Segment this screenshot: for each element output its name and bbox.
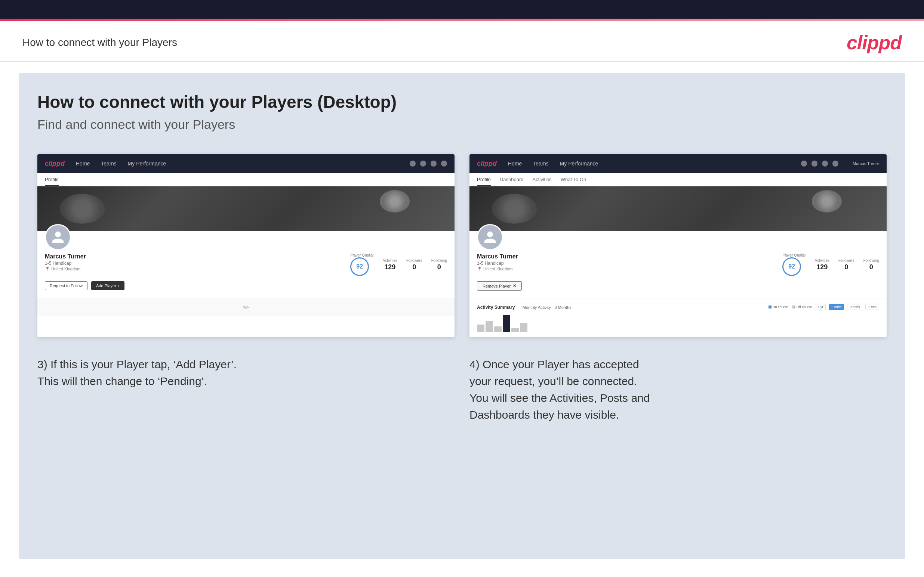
screen2-avatar	[477, 224, 503, 250]
screen2-stats: Player Quality 92 Activities 129 Followe…	[782, 253, 879, 276]
filter-6mths[interactable]: 6 mths	[829, 304, 844, 310]
screen1-nav-performance: My Performance	[128, 161, 166, 166]
offcourse-legend: Off course	[792, 305, 812, 309]
screen1-nav-logo: clippd	[45, 160, 65, 168]
screen2-action-buttons: Remove Player ✕	[477, 281, 879, 290]
screen2-tab-profile[interactable]: Profile	[477, 173, 491, 186]
screenshots-row: clippd Home Teams My Performance Profile	[37, 154, 887, 337]
screen2-nav-icons	[801, 161, 838, 166]
oncourse-dot	[769, 306, 772, 308]
add-player-button[interactable]: Add Player +	[91, 281, 124, 290]
screen2-tab-dashboard[interactable]: Dashboard	[500, 173, 524, 186]
screen1-stats: Player Quality 92 Activities 129 Followe…	[350, 253, 447, 276]
clippd-logo: clippd	[846, 31, 901, 54]
screen1-hero-image	[37, 186, 454, 231]
screen2-followers-stat: Followers 0	[838, 258, 855, 271]
screen1-nav-home: Home	[76, 161, 90, 166]
filter-3mths[interactable]: 3 mths	[847, 304, 862, 310]
main-title: How to connect with your Players (Deskto…	[37, 92, 887, 112]
screen2-nav-logo: clippd	[477, 160, 497, 168]
remove-player-button[interactable]: Remove Player ✕	[477, 281, 522, 290]
chart-bar-4	[503, 315, 510, 332]
chart-bar-6	[520, 323, 527, 332]
screen2-tab-whattoon[interactable]: What To On	[561, 173, 586, 186]
filter-1mth[interactable]: 1 mth	[865, 304, 879, 310]
screen2-nav-home: Home	[508, 161, 522, 166]
screen2-profile-info: Marcus Turner 1-5 Handicap 📍 United King…	[477, 253, 879, 276]
chart-bar-5	[511, 328, 519, 332]
page-title: How to connect with your Players	[23, 37, 177, 48]
screen1-avatar	[45, 224, 71, 250]
screen2-activities-stat: Activities 129	[815, 258, 829, 271]
screen2-legend: On course Off course	[769, 305, 812, 309]
chart-bar-1	[477, 324, 485, 332]
screen2-nav-performance: My Performance	[560, 161, 598, 166]
screen1-bottom-bar: ✏	[37, 298, 454, 316]
screen2-user-icon[interactable]	[811, 161, 817, 166]
main-content: How to connect with your Players (Deskto…	[19, 73, 905, 559]
screen2-handicap: 1-5 Handicap	[477, 261, 518, 266]
screen1-handicap: 1-5 Handicap	[45, 261, 86, 266]
screen2-activity-summary: Activity Summary Monthly Activity - 6 Mo…	[470, 298, 887, 337]
screen1-profile: Marcus Turner 1-5 Handicap 📍 United King…	[37, 231, 454, 298]
screen2-tabs: Profile Dashboard Activities What To On	[470, 173, 887, 186]
main-subtitle: Find and connect with your Players	[37, 117, 887, 132]
screen2-activity-title: Activity Summary	[477, 305, 515, 310]
screen1: clippd Home Teams My Performance Profile	[37, 154, 454, 337]
screen1-profile-info: Marcus Turner 1-5 Handicap 📍 United King…	[45, 253, 447, 276]
screen1-quality-stat: Player Quality 92	[350, 253, 373, 276]
avatar-icon	[51, 230, 65, 244]
screen2-location: 📍 United Kingdom	[477, 267, 518, 271]
close-icon: ✕	[513, 284, 516, 288]
screen1-tab-profile[interactable]: Profile	[45, 173, 59, 186]
offcourse-dot	[792, 306, 795, 308]
screen1-player-details: Marcus Turner 1-5 Handicap 📍 United King…	[45, 253, 86, 271]
screen2-quality-circle: 92	[782, 257, 801, 276]
screen1-following-stat: Following 0	[431, 258, 447, 271]
screen2-activity-labels: Activity Summary Monthly Activity - 6 Mo…	[477, 304, 572, 310]
screen1-nav: clippd Home Teams My Performance	[37, 154, 454, 173]
description2: 4) Once your Player has accepted your re…	[470, 356, 887, 423]
screen1-followers-stat: Followers 0	[406, 258, 422, 271]
user-icon[interactable]	[420, 161, 426, 166]
settings-icon[interactable]	[431, 161, 436, 166]
screen2-following-stat: Following 0	[863, 258, 879, 271]
header: How to connect with your Players clippd	[0, 21, 924, 62]
request-follow-button[interactable]: Request to Follow	[45, 281, 87, 290]
location-pin-icon: 📍	[45, 267, 50, 271]
screen2: clippd Home Teams My Performance Marcus …	[470, 154, 887, 337]
screen1-action-buttons: Request to Follow Add Player +	[45, 281, 447, 290]
screen1-tabs: Profile	[37, 173, 454, 186]
screen2-quality-stat: Player Quality 92	[782, 253, 806, 276]
screen2-avatar-icon	[483, 230, 497, 244]
footer: Copyright Clippd 2022	[0, 570, 924, 577]
chart-bar-3	[494, 326, 502, 332]
screen1-nav-teams: Teams	[101, 161, 116, 166]
oncourse-legend: On course	[769, 305, 788, 309]
screen2-profile: Marcus Turner 1-5 Handicap 📍 United King…	[470, 231, 887, 298]
screen1-activities-stat: Activities 129	[383, 258, 397, 271]
top-bar	[0, 0, 924, 19]
screen2-search-icon[interactable]	[801, 161, 807, 166]
search-icon[interactable]	[410, 161, 416, 166]
screen2-activity-filters: On course Off course 1 yr 6 mths 3 mths …	[769, 304, 879, 310]
screen2-nav-teams: Teams	[533, 161, 548, 166]
screen2-location-pin-icon: 📍	[477, 267, 482, 271]
chart-bar-2	[486, 321, 493, 332]
screen2-globe-icon[interactable]	[832, 161, 838, 166]
descriptions-row: 3) If this is your Player tap, ‘Add Play…	[37, 356, 887, 423]
screen2-player-details: Marcus Turner 1-5 Handicap 📍 United King…	[477, 253, 518, 271]
screen2-tab-activities[interactable]: Activities	[532, 173, 551, 186]
screen2-user-label: Marcus Turner	[853, 161, 879, 166]
screen2-chart	[477, 313, 879, 332]
screen1-location: 📍 United Kingdom	[45, 267, 86, 271]
screen2-activity-header: Activity Summary Monthly Activity - 6 Mo…	[477, 304, 879, 310]
screen2-activity-subtitle: Monthly Activity - 6 Months	[523, 305, 572, 309]
screen1-nav-icons	[410, 161, 447, 166]
globe-icon[interactable]	[441, 161, 447, 166]
filter-1yr[interactable]: 1 yr	[815, 304, 826, 310]
edit-icon: ✏	[243, 303, 249, 312]
screen2-settings-icon[interactable]	[822, 161, 828, 166]
description1: 3) If this is your Player tap, ‘Add Play…	[37, 356, 454, 423]
screen1-player-name: Marcus Turner	[45, 253, 86, 260]
